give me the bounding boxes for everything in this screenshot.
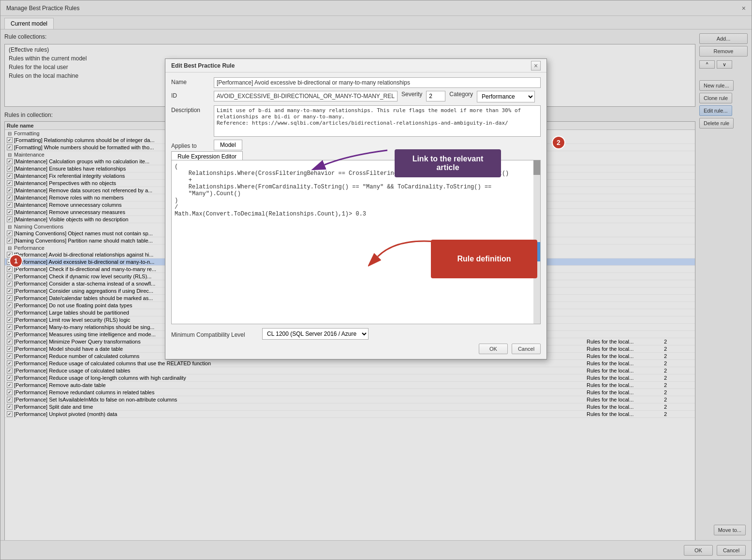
applies-to-label: Applies to: [171, 141, 210, 149]
callout-link-article: Link to the relevant article: [395, 149, 501, 177]
name-input[interactable]: [214, 77, 541, 88]
min-compat-label: Minimum Compatibility Level: [171, 330, 258, 338]
severity-input[interactable]: [426, 91, 445, 101]
id-input[interactable]: [214, 91, 398, 101]
name-row: Name: [171, 77, 541, 88]
dialog-cancel-button[interactable]: Cancel: [512, 344, 541, 354]
applies-to-button[interactable]: Model: [214, 140, 242, 150]
dialog-buttons: OK Cancel: [171, 344, 541, 354]
badge-1: 1: [9, 254, 23, 268]
severity-label: Severity: [401, 91, 422, 98]
id-label: ID: [171, 91, 210, 99]
edit-rule-dialog: Edit Best Practice Rule × Name ID Severi…: [165, 58, 547, 359]
dialog-body: Name ID Severity Category Performance Fo…: [165, 72, 546, 359]
applies-to-row: Applies to Model: [171, 140, 541, 150]
main-window: Manage Best Practice Rules × Current mod…: [0, 0, 752, 560]
dialog-ok-button[interactable]: OK: [479, 344, 508, 354]
description-label: Description: [171, 105, 210, 114]
category-select[interactable]: Performance Formatting Maintenance Namin…: [477, 91, 535, 102]
id-row: ID Severity Category Performance Formatt…: [171, 91, 541, 102]
callout-rule-def-text: Rule definition: [457, 255, 511, 263]
callout-rule-definition: Rule definition: [431, 240, 537, 278]
description-row: Description Limit use of b-di and many-t…: [171, 105, 541, 137]
dialog-title: Edit Best Practice Rule: [171, 62, 235, 69]
description-textarea[interactable]: Limit use of b-di and many-to-many relat…: [214, 105, 541, 137]
category-label: Category: [449, 91, 473, 98]
scrollbar-thumb[interactable]: [533, 160, 540, 175]
dialog-title-bar: Edit Best Practice Rule ×: [165, 59, 546, 72]
dialog-close-button[interactable]: ×: [531, 61, 541, 71]
badge-2: 2: [552, 136, 565, 149]
compat-select[interactable]: CL 1200 (SQL Server 2016 / Azure AS): [262, 328, 369, 340]
callout-link-text: Link to the relevant article: [401, 155, 494, 172]
name-label: Name: [171, 77, 210, 86]
min-compat-row: Minimum Compatibility Level CL 1200 (SQL…: [171, 328, 541, 340]
